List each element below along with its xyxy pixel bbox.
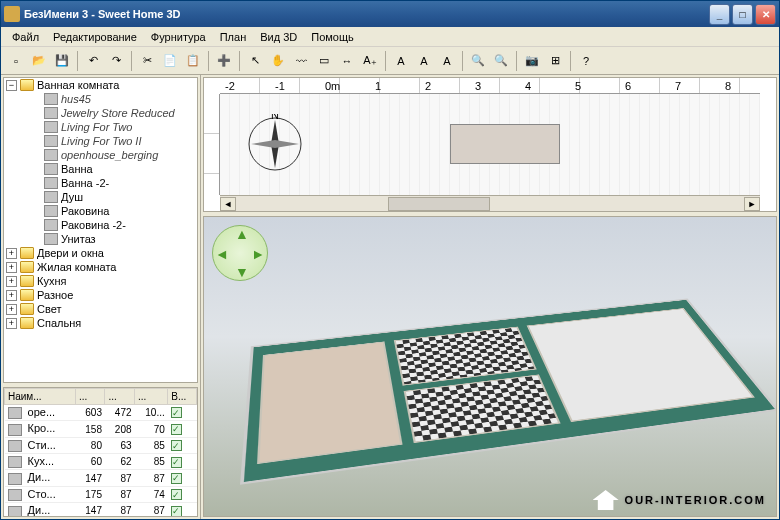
tree-item[interactable]: +Свет — [4, 302, 197, 316]
zoom-in-icon[interactable]: 🔍 — [467, 50, 489, 72]
minimize-button[interactable]: _ — [709, 4, 730, 25]
help-icon[interactable]: ? — [575, 50, 597, 72]
visibility-checkbox[interactable]: ✓ — [171, 440, 182, 451]
expand-icon[interactable]: + — [6, 262, 17, 273]
paste-icon[interactable]: 📋 — [182, 50, 204, 72]
collapse-icon[interactable]: − — [6, 80, 17, 91]
furniture-table[interactable]: Наим............В... оре...60347210...✓ … — [3, 387, 198, 517]
tree-item[interactable]: Раковина -2- — [4, 218, 197, 232]
maximize-button[interactable]: □ — [732, 4, 753, 25]
expand-icon[interactable]: + — [6, 318, 17, 329]
tree-item[interactable]: hus45 — [4, 92, 197, 106]
scroll-right-button[interactable]: ► — [744, 197, 760, 211]
pan-icon[interactable]: ✋ — [267, 50, 289, 72]
camera-icon[interactable]: 📷 — [521, 50, 543, 72]
tree-item[interactable]: +Разное — [4, 288, 197, 302]
plan-2d-view[interactable]: -2-10m12345678 N ◄ ► — [203, 77, 777, 212]
furniture-icon — [8, 506, 22, 517]
furniture-icon — [8, 407, 22, 419]
redo-icon[interactable]: ↷ — [105, 50, 127, 72]
add-furniture-icon[interactable]: ➕ — [213, 50, 235, 72]
visibility-checkbox[interactable]: ✓ — [171, 473, 182, 484]
tree-item[interactable]: Ванна -2- — [4, 176, 197, 190]
tree-item[interactable]: +Кухня — [4, 274, 197, 288]
preferences-icon[interactable]: ⊞ — [544, 50, 566, 72]
select-icon[interactable]: ↖ — [244, 50, 266, 72]
menu-вид 3d[interactable]: Вид 3D — [253, 29, 304, 45]
column-header[interactable]: ... — [105, 389, 135, 405]
furniture-icon — [44, 177, 58, 189]
expand-icon[interactable]: + — [6, 248, 17, 259]
tree-label: Ванна -2- — [61, 177, 109, 189]
nav-left-icon[interactable]: ◄ — [215, 246, 229, 262]
cut-icon[interactable]: ✂ — [136, 50, 158, 72]
tree-item[interactable]: Душ — [4, 190, 197, 204]
tree-item[interactable]: +Жилая комната — [4, 260, 197, 274]
text-icon[interactable]: A₊ — [359, 50, 381, 72]
tree-item[interactable]: +Двери и окна — [4, 246, 197, 260]
visibility-checkbox[interactable]: ✓ — [171, 407, 182, 418]
column-header[interactable]: Наим... — [5, 389, 76, 405]
tree-item[interactable]: Унитаз — [4, 232, 197, 246]
text-opts-icon[interactable]: A — [436, 50, 458, 72]
tree-item[interactable]: Ванна — [4, 162, 197, 176]
nav-up-icon[interactable]: ▲ — [235, 226, 249, 242]
table-row[interactable]: Ди...1478787✓ — [5, 503, 197, 517]
nav-3d-widget[interactable]: ▲ ▼ ◄ ► — [212, 225, 268, 281]
zoom-out-icon[interactable]: 🔍 — [490, 50, 512, 72]
furniture-icon — [8, 456, 22, 468]
column-header[interactable]: В... — [168, 389, 197, 405]
tree-label: Свет — [37, 303, 61, 315]
column-header[interactable]: ... — [75, 389, 105, 405]
tree-label: Ванная комната — [37, 79, 119, 91]
plan-canvas[interactable]: N — [220, 94, 760, 195]
copy-icon[interactable]: 📄 — [159, 50, 181, 72]
menu-редактирование[interactable]: Редактирование — [46, 29, 144, 45]
visibility-checkbox[interactable]: ✓ — [171, 506, 182, 517]
dimension-icon[interactable]: ↔ — [336, 50, 358, 72]
nav-right-icon[interactable]: ► — [251, 246, 265, 262]
tree-item[interactable]: Раковина — [4, 204, 197, 218]
app-icon — [4, 6, 20, 22]
menu-файл[interactable]: Файл — [5, 29, 46, 45]
view-3d[interactable]: ▲ ▼ ◄ ► OUR-INTERIOR.COM — [203, 216, 777, 517]
menu-помощь[interactable]: Помощь — [304, 29, 361, 45]
column-header[interactable]: ... — [135, 389, 168, 405]
visibility-checkbox[interactable]: ✓ — [171, 489, 182, 500]
expand-icon[interactable]: + — [6, 276, 17, 287]
wall-icon[interactable]: 〰 — [290, 50, 312, 72]
undo-icon[interactable]: ↶ — [82, 50, 104, 72]
tree-item[interactable]: Living For Two II — [4, 134, 197, 148]
close-button[interactable]: ✕ — [755, 4, 776, 25]
save-icon[interactable]: 💾 — [51, 50, 73, 72]
scroll-left-button[interactable]: ◄ — [220, 197, 236, 211]
table-row[interactable]: Сто...1758774✓ — [5, 486, 197, 502]
plan-scrollbar-horizontal[interactable]: ◄ ► — [220, 195, 760, 211]
table-row[interactable]: оре...60347210...✓ — [5, 405, 197, 421]
open-icon[interactable]: 📂 — [28, 50, 50, 72]
furniture-icon — [44, 163, 58, 175]
table-row[interactable]: Сти...806385✓ — [5, 437, 197, 453]
expand-icon[interactable]: + — [6, 304, 17, 315]
table-row[interactable]: Кух...606285✓ — [5, 454, 197, 470]
text-bold-icon[interactable]: A — [413, 50, 435, 72]
room-icon[interactable]: ▭ — [313, 50, 335, 72]
tree-item[interactable]: +Спальня — [4, 316, 197, 330]
nav-down-icon[interactable]: ▼ — [235, 264, 249, 280]
table-row[interactable]: Ди...1478787✓ — [5, 470, 197, 486]
text-italic-icon[interactable]: A — [390, 50, 412, 72]
visibility-checkbox[interactable]: ✓ — [171, 424, 182, 435]
visibility-checkbox[interactable]: ✓ — [171, 457, 182, 468]
tree-item[interactable]: Jewelry Store Reduced — [4, 106, 197, 120]
tree-label: Living For Two II — [61, 135, 142, 147]
tree-item[interactable]: −Ванная комната — [4, 78, 197, 92]
tree-item[interactable]: openhouse_berging — [4, 148, 197, 162]
document-new-icon[interactable]: ▫ — [5, 50, 27, 72]
menu-план[interactable]: План — [213, 29, 254, 45]
table-row[interactable]: Кро...15820870✓ — [5, 421, 197, 437]
expand-icon[interactable]: + — [6, 290, 17, 301]
catalog-tree[interactable]: −Ванная комнатаhus45Jewelry Store Reduce… — [3, 77, 198, 383]
scroll-thumb[interactable] — [388, 197, 490, 211]
menu-фурнитура[interactable]: Фурнитура — [144, 29, 213, 45]
tree-item[interactable]: Living For Two — [4, 120, 197, 134]
